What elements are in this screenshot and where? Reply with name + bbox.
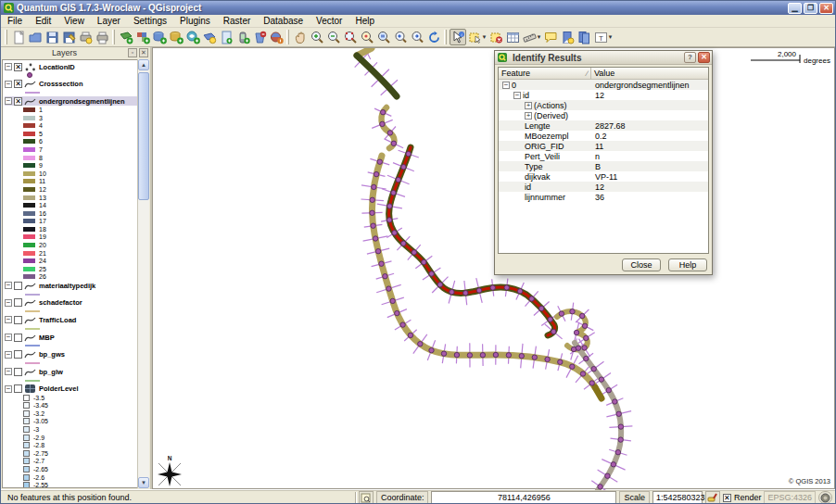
close-button[interactable]: ✕: [819, 3, 833, 14]
scrollbar-thumb[interactable]: [138, 72, 149, 200]
identify-row[interactable]: +(Derived): [499, 110, 708, 120]
table-header[interactable]: Feature∕ Value: [499, 68, 708, 80]
add-vector-layer-icon[interactable]: [118, 29, 134, 45]
layer-checkbox[interactable]: [14, 350, 22, 359]
identify-row[interactable]: Pert_Veilin: [499, 151, 708, 161]
identify-icon[interactable]: i: [450, 29, 466, 45]
expander-icon[interactable]: −: [5, 63, 12, 70]
zoom-full-icon[interactable]: [342, 29, 359, 45]
new-shapefile-icon[interactable]: [201, 29, 218, 45]
menu-item-database[interactable]: Database: [257, 15, 310, 27]
expander-icon[interactable]: −: [5, 334, 12, 341]
layer-item-crosssection[interactable]: −✕Crosssection: [5, 80, 148, 89]
identify-row[interactable]: id12: [499, 182, 708, 192]
toolbar-grip[interactable]: [112, 30, 115, 44]
dialog-close-icon[interactable]: ✕: [698, 52, 710, 63]
save-icon[interactable]: [44, 29, 60, 45]
new-bookmark-icon[interactable]: [559, 29, 576, 45]
layer-checkbox[interactable]: [14, 316, 22, 324]
identify-row[interactable]: −id12: [499, 90, 708, 100]
layer-checkbox[interactable]: [14, 384, 22, 393]
dialog-title-bar[interactable]: Identify Results ? ✕: [495, 51, 712, 65]
expander-icon[interactable]: −: [5, 299, 12, 307]
identify-row[interactable]: Lengte2827.68: [499, 120, 708, 131]
menu-item-settings[interactable]: Settings: [127, 15, 173, 27]
layers-scrollbar[interactable]: ▲ ▼: [137, 59, 149, 488]
identify-row[interactable]: MBoezempl0.2: [499, 131, 708, 141]
layer-item-bp_glw[interactable]: −bp_glw: [5, 367, 148, 376]
layer-item-schadefactor[interactable]: −schadefactor: [5, 298, 148, 308]
menu-item-view[interactable]: View: [57, 15, 91, 27]
print-icon[interactable]: [94, 29, 110, 45]
expander-icon[interactable]: −: [5, 282, 12, 289]
attribute-table-icon[interactable]: [504, 29, 521, 45]
feature-column-header[interactable]: Feature: [501, 69, 530, 78]
stop-render-icon[interactable]: [705, 491, 720, 504]
menu-item-layer[interactable]: Layer: [91, 15, 127, 27]
expander-icon[interactable]: −: [5, 368, 12, 375]
dropdown-caret-icon[interactable]: ▼: [607, 34, 614, 40]
add-raster-layer-icon[interactable]: [134, 29, 151, 45]
expander-icon[interactable]: −: [5, 97, 12, 105]
zoom-layer-icon[interactable]: [375, 29, 392, 45]
dropdown-caret-icon[interactable]: ▼: [536, 34, 542, 40]
render-checkbox[interactable]: ✕: [723, 494, 731, 502]
file-new-icon[interactable]: [10, 29, 27, 45]
layer-item-locationid[interactable]: −✕LocationID: [5, 62, 148, 71]
identify-row[interactable]: TypeB: [499, 161, 708, 171]
dropdown-caret-icon[interactable]: ▼: [481, 34, 488, 40]
scale-input[interactable]: 1:542580323: [652, 491, 703, 504]
layer-checkbox[interactable]: [14, 298, 22, 307]
expander-icon[interactable]: +: [525, 102, 532, 109]
panel-close-icon[interactable]: ✕: [139, 48, 148, 57]
toolbar-grip[interactable]: [286, 30, 289, 44]
layer-checkbox[interactable]: ✕: [14, 80, 22, 88]
layer-checkbox[interactable]: [14, 368, 22, 376]
maximize-button[interactable]: ❐: [804, 3, 817, 14]
layer-checkbox[interactable]: [14, 334, 22, 342]
identify-row[interactable]: +(Actions): [499, 100, 708, 110]
identify-row[interactable]: dijkvakVP-11: [499, 171, 708, 182]
zoom-in-icon[interactable]: [309, 29, 325, 45]
pan-hand-icon[interactable]: [292, 29, 309, 45]
layer-checkbox[interactable]: ✕: [14, 97, 22, 106]
add-wfs-layer-icon[interactable]: [184, 29, 201, 45]
remove-layer-icon[interactable]: [251, 29, 268, 45]
layer-checkbox[interactable]: ✕: [14, 63, 22, 71]
map-canvas[interactable]: 2,000 degrees N © QGIS 2013: [152, 47, 835, 489]
coordinate-input[interactable]: 78114,426956: [431, 491, 616, 504]
layer-item-materiaaltypedijk[interactable]: −materiaaltypedijk: [5, 281, 148, 290]
menu-item-edit[interactable]: Edit: [29, 15, 57, 27]
expander-icon[interactable]: −: [5, 316, 12, 323]
panel-float-icon[interactable]: ▫: [128, 48, 137, 57]
menu-item-plugins[interactable]: Plugins: [173, 15, 217, 27]
expander-icon[interactable]: −: [502, 82, 510, 89]
layer-checkbox[interactable]: [14, 282, 22, 290]
show-bookmarks-icon[interactable]: [576, 29, 592, 45]
dialog-help-icon[interactable]: ?: [684, 52, 696, 63]
zoom-next-icon[interactable]: [409, 29, 425, 45]
add-postgis-layer-icon[interactable]: [151, 29, 168, 45]
deselect-icon[interactable]: [488, 29, 504, 45]
refresh-icon[interactable]: [425, 29, 442, 45]
zoom-out-icon[interactable]: [325, 29, 342, 45]
crs-status-icon[interactable]: [818, 491, 832, 504]
add-oracle-layer-icon[interactable]: [268, 29, 285, 45]
zoom-selection-icon[interactable]: [359, 29, 375, 45]
identify-row[interactable]: lijnnummer36: [499, 192, 708, 202]
toolbar-grip[interactable]: [5, 30, 7, 44]
expander-icon[interactable]: +: [525, 112, 532, 120]
layer-item-polderlevel[interactable]: −PolderLevel: [5, 384, 148, 394]
identify-row[interactable]: −0ondergrondsegmentlijnen: [499, 80, 708, 90]
identify-row[interactable]: ORIG_FID11: [499, 141, 708, 151]
minimize-button[interactable]: ▁: [788, 3, 802, 14]
expander-icon[interactable]: −: [5, 81, 12, 88]
layer-item-bp_gws[interactable]: −bp_gws: [5, 350, 148, 359]
expander-icon[interactable]: −: [5, 351, 12, 359]
layer-item-ondergrondsegmentlijnen[interactable]: −✕ondergrondsegmentlijnen: [5, 96, 148, 106]
menu-item-file[interactable]: File: [1, 15, 29, 27]
help-button[interactable]: Help: [668, 258, 707, 271]
layer-item-mbp[interactable]: −MBP: [5, 333, 148, 342]
folder-open-icon[interactable]: [27, 29, 44, 45]
map-tips-icon[interactable]: [542, 29, 559, 45]
